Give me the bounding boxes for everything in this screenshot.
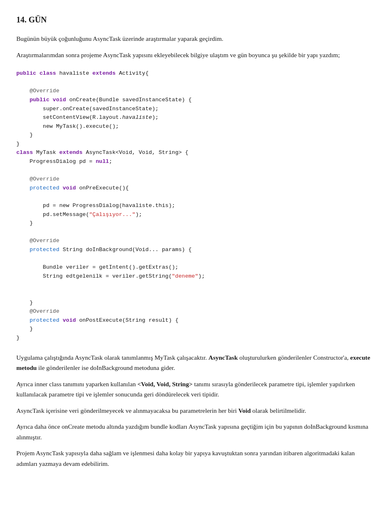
- para4: AsyncTask içerisine veri gönderilmeyecek…: [16, 405, 376, 416]
- para2-start: Uygulama çalıştığında AsyncTask olarak t…: [16, 354, 208, 361]
- page-title: 14. GÜN: [16, 13, 376, 26]
- para5: Ayrıca daha önce onCreate metodu altında…: [16, 421, 376, 442]
- para4-bold: Void: [238, 407, 251, 414]
- para2-end: ile gönderilenler ise doInBackground met…: [37, 364, 175, 371]
- para3-bold: <Void, Void, String>: [137, 381, 192, 387]
- intro-paragraph: Bugünün büyük çoğunluğunu AsyncTask üzer…: [16, 33, 376, 44]
- para3-start: Ayrıca inner class tanımını yaparken kul…: [16, 381, 137, 387]
- para6: Projem AsyncTask yapısıyla daha sağlam v…: [16, 448, 376, 469]
- code-block: public class havaliste extends Activity{…: [16, 66, 376, 345]
- para4-end: olarak belirtilmelidir.: [251, 407, 306, 414]
- para3: Ayrıca inner class tanımını yaparken kul…: [16, 379, 376, 400]
- para2: Uygulama çalıştığında AsyncTask olarak t…: [16, 352, 376, 373]
- para2-mid: oluşturulurken gönderilenler Constructor…: [238, 354, 350, 361]
- para2-bold1: AsyncTask: [208, 354, 238, 361]
- para4-start: AsyncTask içerisine veri gönderilmeyecek…: [16, 407, 238, 414]
- para1: Araştırmalarımdan sonra projeme AsyncTas…: [16, 50, 376, 60]
